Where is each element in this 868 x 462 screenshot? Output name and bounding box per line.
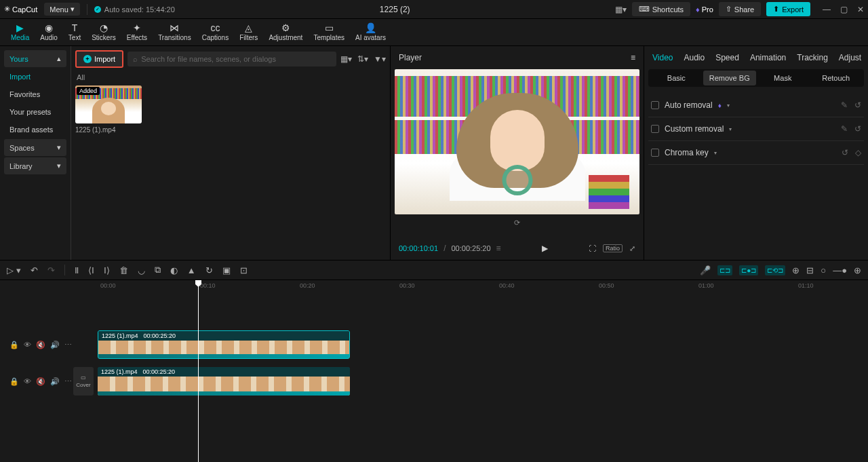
sidebar-brand[interactable]: Brand assets (4, 121, 66, 138)
tool-audio[interactable]: ◉Audio (35, 23, 63, 41)
tool-stickers[interactable]: ◔Stickers (86, 23, 121, 41)
tool-ai-avatars[interactable]: 👤AI avatars (350, 23, 391, 41)
reverse-tool[interactable]: ◐ (170, 265, 178, 275)
zoom-out[interactable]: ○ (821, 265, 826, 275)
rotate-tool[interactable]: ↻ (205, 265, 213, 275)
auto-removal-toggle[interactable]: Auto removal ♦ ▾ (651, 100, 730, 110)
tab-speed[interactable]: Speed (715, 53, 739, 62)
eye-icon[interactable]: 👁 (24, 341, 31, 349)
lock-icon[interactable]: 🔒 (9, 341, 19, 349)
share-button[interactable]: ⇧ Share (719, 2, 761, 16)
pro-button[interactable]: ♦ Pro (696, 5, 713, 14)
tool-transitions[interactable]: ⋈Transitions (153, 23, 197, 41)
captions-icon: cc (210, 23, 220, 33)
sort-icon[interactable]: ⇅▾ (357, 54, 368, 64)
shortcuts-button[interactable]: ⌨ Shortcuts (632, 2, 690, 16)
marker-tool[interactable]: ◡ (138, 265, 145, 275)
tool-effects[interactable]: ✦Effects (121, 23, 153, 41)
export-button[interactable]: ⬆ Export (766, 2, 810, 16)
minimize-icon[interactable]: — (823, 5, 831, 14)
sidebar-spaces[interactable]: Spaces▾ (4, 139, 66, 156)
mute-icon[interactable]: 🔇 (36, 341, 45, 349)
keyframe-icon[interactable]: ◇ (855, 148, 861, 157)
freeze-tool[interactable]: ⊡ (240, 265, 248, 275)
ratio-button[interactable]: Ratio (603, 244, 623, 252)
snap-tool-3[interactable]: ⊏⟲⊐ (765, 265, 785, 275)
list-icon[interactable]: ≡ (496, 244, 501, 253)
play-button[interactable]: ▶ (507, 244, 583, 253)
tool-media[interactable]: ▶Media (5, 23, 35, 41)
tool-templates[interactable]: ▭Templates (308, 23, 350, 41)
menu-icon[interactable]: ≡ (631, 53, 635, 62)
track-tool[interactable]: ⊕ (792, 265, 800, 275)
filter-icon[interactable]: ▼▾ (374, 54, 386, 64)
delete-tool[interactable]: 🗑 (119, 265, 128, 275)
more-icon[interactable]: ⋯ (64, 341, 72, 349)
subtab-removebg[interactable]: Remove BG (703, 71, 757, 85)
more-icon[interactable]: ⋯ (64, 377, 72, 386)
sync-icon[interactable]: ⟳ (395, 218, 639, 227)
redo-button[interactable]: ↷ (47, 265, 55, 275)
split-left-tool[interactable]: ⟨Ⅰ (88, 265, 94, 275)
tool-filters[interactable]: ◬Filters (234, 23, 263, 41)
subtab-retouch[interactable]: Retouch (810, 71, 863, 85)
timeline-clip-1[interactable]: 1225 (1).mp4 00:00:25:20 (98, 330, 350, 359)
media-item[interactable]: Added 1225 (1).mp4 (75, 85, 142, 134)
timeline-clip-2[interactable]: 1225 (1).mp4 00:00:25:20 (98, 367, 350, 396)
edit-icon[interactable]: ✎ (841, 100, 848, 110)
sidebar-favorites[interactable]: Favorites (4, 86, 66, 102)
cover-button[interactable]: ▭ Cover (73, 367, 94, 396)
playhead[interactable] (198, 280, 199, 462)
undo-button[interactable]: ↶ (31, 265, 38, 275)
tool-text[interactable]: TText (63, 23, 86, 41)
tool-adjustment[interactable]: ⚙Adjustment (263, 23, 308, 41)
options-icon[interactable]: ⊟ (806, 265, 814, 275)
video-preview[interactable] (395, 69, 639, 214)
split-right-tool[interactable]: Ⅰ⟩ (104, 265, 110, 275)
grid-icon[interactable]: ▦▾ (340, 54, 352, 64)
speaker-icon[interactable]: 🔊 (50, 341, 60, 349)
tab-audio[interactable]: Audio (684, 53, 705, 62)
timeline-ruler[interactable]: 00:00 00:10 00:20 00:30 00:40 00:50 01:0… (0, 280, 868, 294)
zoom-slider[interactable]: —● (833, 265, 847, 275)
layout-icon[interactable]: ▦▾ (615, 5, 627, 14)
snap-tool-2[interactable]: ⊏●⊐ (739, 265, 758, 275)
tab-animation[interactable]: Animation (750, 53, 786, 62)
lock-icon[interactable]: 🔒 (9, 377, 19, 386)
chroma-key-toggle[interactable]: Chroma key ▾ (651, 148, 717, 157)
mic-icon[interactable]: 🎤 (700, 265, 711, 275)
crop-tool[interactable]: ▣ (222, 265, 231, 275)
subtab-basic[interactable]: Basic (650, 71, 703, 85)
menu-button[interactable]: Menu ▾ (44, 3, 80, 16)
tab-adjust[interactable]: Adjust (839, 53, 861, 62)
zoom-fit[interactable]: ⊕ (854, 265, 861, 275)
tool-captions[interactable]: ccCaptions (197, 23, 234, 41)
subtab-mask[interactable]: Mask (756, 71, 810, 85)
close-icon[interactable]: ✕ (857, 5, 864, 14)
tab-tracking[interactable]: Tracking (797, 53, 828, 62)
reset-icon[interactable]: ↺ (854, 100, 861, 110)
import-button[interactable]: + Import (75, 50, 123, 68)
snap-tool-1[interactable]: ⊏⊐ (717, 265, 732, 275)
sidebar-presets[interactable]: Your presets (4, 104, 66, 120)
reset-icon[interactable]: ↺ (842, 148, 848, 157)
eye-icon[interactable]: 👁 (24, 377, 31, 386)
sidebar-import[interactable]: Import (4, 69, 66, 85)
reset-icon[interactable]: ↺ (854, 124, 861, 134)
mute-icon[interactable]: 🔇 (36, 377, 45, 386)
speaker-icon[interactable]: 🔊 (50, 377, 60, 386)
custom-removal-toggle[interactable]: Custom removal ▾ (651, 124, 732, 134)
copy-tool[interactable]: ⧉ (155, 265, 161, 275)
mirror-tool[interactable]: ▲ (187, 265, 196, 275)
timeline[interactable]: 00:00 00:10 00:20 00:30 00:40 00:50 01:0… (0, 280, 868, 462)
search-input[interactable]: ⌕ Search for file names, scenes, or dial… (127, 52, 336, 66)
edit-icon[interactable]: ✎ (841, 124, 848, 134)
fullscreen-icon[interactable]: ⤢ (629, 244, 635, 253)
split-tool[interactable]: Ⅱ (75, 265, 79, 275)
maximize-icon[interactable]: ▢ (840, 5, 848, 14)
scan-icon[interactable]: ⛶ (589, 244, 596, 252)
sidebar-yours[interactable]: Yours▴ (4, 50, 66, 67)
sidebar-library[interactable]: Library▾ (4, 157, 66, 174)
select-tool[interactable]: ▷ ▾ (7, 265, 21, 275)
tab-video[interactable]: Video (652, 53, 673, 62)
